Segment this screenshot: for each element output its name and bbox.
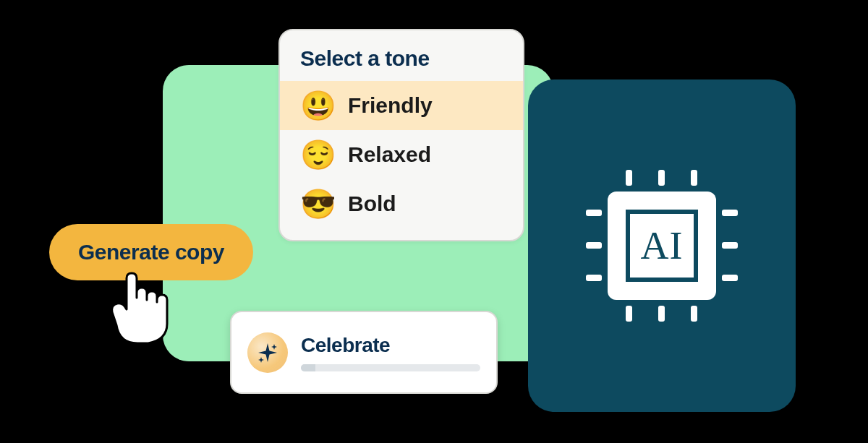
generate-copy-button-label: Generate copy [78, 240, 224, 264]
relieved-emoji-icon: 😌 [300, 140, 336, 169]
tone-option-friendly[interactable]: 😃 Friendly [280, 81, 523, 130]
sparkle-icon [247, 332, 288, 373]
generate-copy-button[interactable]: Generate copy [49, 224, 253, 280]
tone-selector-title: Select a tone [280, 46, 523, 81]
tone-selector-panel: Select a tone 😃 Friendly 😌 Relaxed 😎 Bol… [278, 29, 524, 241]
tone-option-label: Friendly [348, 93, 433, 118]
celebrate-progress-bar [301, 364, 480, 371]
ai-chip-label: AI [626, 210, 698, 282]
tone-option-label: Bold [348, 192, 396, 216]
tone-option-relaxed[interactable]: 😌 Relaxed [280, 130, 523, 179]
tone-option-bold[interactable]: 😎 Bold [280, 179, 523, 228]
celebrate-card-title: Celebrate [301, 334, 480, 357]
tone-option-label: Relaxed [348, 142, 431, 167]
smile-emoji-icon: 😃 [300, 91, 336, 120]
ai-panel: AI [528, 79, 796, 412]
chip-icon: AI [582, 166, 741, 325]
celebrate-card[interactable]: Celebrate [230, 311, 498, 394]
sunglasses-emoji-icon: 😎 [300, 189, 336, 218]
